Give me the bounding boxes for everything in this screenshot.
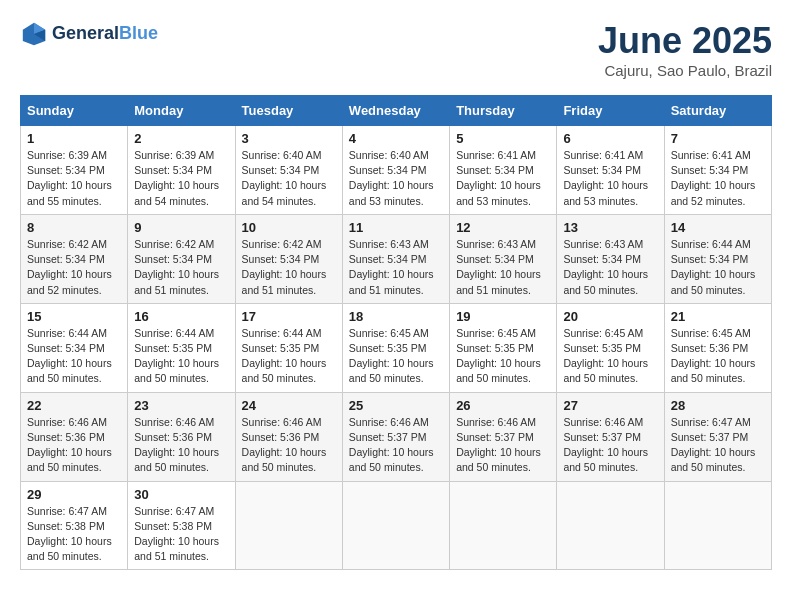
empty-cell: [235, 481, 342, 570]
col-monday: Monday: [128, 96, 235, 126]
day-cell: 20 Sunrise: 6:45 AMSunset: 5:35 PMDaylig…: [557, 303, 664, 392]
day-cell: 5 Sunrise: 6:41 AMSunset: 5:34 PMDayligh…: [450, 126, 557, 215]
col-wednesday: Wednesday: [342, 96, 449, 126]
logo-icon: [20, 20, 48, 48]
day-cell: 15 Sunrise: 6:44 AMSunset: 5:34 PMDaylig…: [21, 303, 128, 392]
title-area: June 2025 Cajuru, Sao Paulo, Brazil: [598, 20, 772, 79]
day-cell: 2 Sunrise: 6:39 AMSunset: 5:34 PMDayligh…: [128, 126, 235, 215]
empty-cell: [557, 481, 664, 570]
day-cell: 28 Sunrise: 6:47 AMSunset: 5:37 PMDaylig…: [664, 392, 771, 481]
month-title: June 2025: [598, 20, 772, 62]
table-row: 1 Sunrise: 6:39 AMSunset: 5:34 PMDayligh…: [21, 126, 772, 215]
page-header: GeneralBlue June 2025 Cajuru, Sao Paulo,…: [20, 20, 772, 79]
day-cell: 27 Sunrise: 6:46 AMSunset: 5:37 PMDaylig…: [557, 392, 664, 481]
day-cell: 26 Sunrise: 6:46 AMSunset: 5:37 PMDaylig…: [450, 392, 557, 481]
logo-text: GeneralBlue: [52, 24, 158, 44]
table-row: 8 Sunrise: 6:42 AMSunset: 5:34 PMDayligh…: [21, 214, 772, 303]
day-cell: 25 Sunrise: 6:46 AMSunset: 5:37 PMDaylig…: [342, 392, 449, 481]
day-cell: 22 Sunrise: 6:46 AMSunset: 5:36 PMDaylig…: [21, 392, 128, 481]
empty-cell: [450, 481, 557, 570]
col-thursday: Thursday: [450, 96, 557, 126]
day-cell: 13 Sunrise: 6:43 AMSunset: 5:34 PMDaylig…: [557, 214, 664, 303]
col-tuesday: Tuesday: [235, 96, 342, 126]
day-cell: 30 Sunrise: 6:47 AMSunset: 5:38 PMDaylig…: [128, 481, 235, 570]
day-cell: 1 Sunrise: 6:39 AMSunset: 5:34 PMDayligh…: [21, 126, 128, 215]
col-saturday: Saturday: [664, 96, 771, 126]
table-row: 29 Sunrise: 6:47 AMSunset: 5:38 PMDaylig…: [21, 481, 772, 570]
day-cell: 16 Sunrise: 6:44 AMSunset: 5:35 PMDaylig…: [128, 303, 235, 392]
table-row: 15 Sunrise: 6:44 AMSunset: 5:34 PMDaylig…: [21, 303, 772, 392]
header-row: Sunday Monday Tuesday Wednesday Thursday…: [21, 96, 772, 126]
day-cell: 24 Sunrise: 6:46 AMSunset: 5:36 PMDaylig…: [235, 392, 342, 481]
day-cell: 3 Sunrise: 6:40 AMSunset: 5:34 PMDayligh…: [235, 126, 342, 215]
day-cell: 17 Sunrise: 6:44 AMSunset: 5:35 PMDaylig…: [235, 303, 342, 392]
day-cell: 29 Sunrise: 6:47 AMSunset: 5:38 PMDaylig…: [21, 481, 128, 570]
col-sunday: Sunday: [21, 96, 128, 126]
day-cell: 8 Sunrise: 6:42 AMSunset: 5:34 PMDayligh…: [21, 214, 128, 303]
day-cell: 6 Sunrise: 6:41 AMSunset: 5:34 PMDayligh…: [557, 126, 664, 215]
day-cell: 11 Sunrise: 6:43 AMSunset: 5:34 PMDaylig…: [342, 214, 449, 303]
day-cell: 14 Sunrise: 6:44 AMSunset: 5:34 PMDaylig…: [664, 214, 771, 303]
empty-cell: [664, 481, 771, 570]
table-row: 22 Sunrise: 6:46 AMSunset: 5:36 PMDaylig…: [21, 392, 772, 481]
day-cell: 23 Sunrise: 6:46 AMSunset: 5:36 PMDaylig…: [128, 392, 235, 481]
day-cell: 19 Sunrise: 6:45 AMSunset: 5:35 PMDaylig…: [450, 303, 557, 392]
day-cell: 10 Sunrise: 6:42 AMSunset: 5:34 PMDaylig…: [235, 214, 342, 303]
day-cell: 9 Sunrise: 6:42 AMSunset: 5:34 PMDayligh…: [128, 214, 235, 303]
empty-cell: [342, 481, 449, 570]
col-friday: Friday: [557, 96, 664, 126]
day-cell: 21 Sunrise: 6:45 AMSunset: 5:36 PMDaylig…: [664, 303, 771, 392]
day-cell: 4 Sunrise: 6:40 AMSunset: 5:34 PMDayligh…: [342, 126, 449, 215]
calendar-table: Sunday Monday Tuesday Wednesday Thursday…: [20, 95, 772, 570]
logo: GeneralBlue: [20, 20, 158, 48]
day-cell: 7 Sunrise: 6:41 AMSunset: 5:34 PMDayligh…: [664, 126, 771, 215]
location: Cajuru, Sao Paulo, Brazil: [598, 62, 772, 79]
day-cell: 12 Sunrise: 6:43 AMSunset: 5:34 PMDaylig…: [450, 214, 557, 303]
day-cell: 18 Sunrise: 6:45 AMSunset: 5:35 PMDaylig…: [342, 303, 449, 392]
